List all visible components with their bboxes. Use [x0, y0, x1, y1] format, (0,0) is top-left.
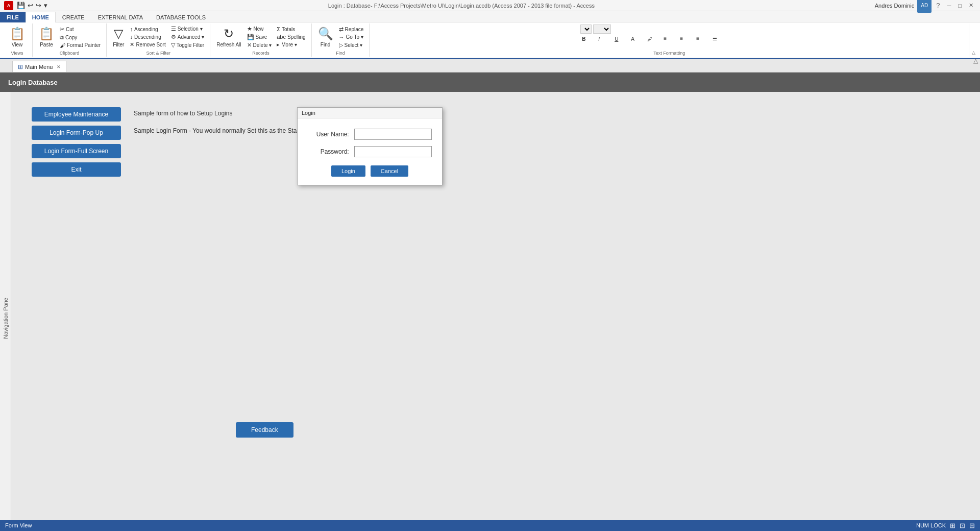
font-family-select[interactable] [580, 25, 592, 34]
find-col: ⇄ Replace → Go To ▾ ▷ Select ▾ [337, 26, 365, 49]
employee-maintenance-button[interactable]: Employee Maintenance [32, 107, 121, 122]
more-label: More ▾ [281, 42, 297, 47]
delete-button[interactable]: ✕ Delete ▾ [246, 41, 274, 49]
advanced-button[interactable]: ⚙ Advanced ▾ [169, 33, 206, 41]
save-button[interactable]: 💾 Save [246, 33, 274, 41]
ascending-button[interactable]: ↑ Ascending [128, 26, 167, 33]
tab-create[interactable]: CREATE [56, 12, 91, 22]
selection-col: ☰ Selection ▾ ⚙ Advanced ▾ ▽ Toggle Filt… [169, 25, 206, 49]
login-form-popup-button[interactable]: Login Form-Pop Up [32, 126, 121, 140]
clipboard-col: ✂ Cut ⧉ Copy 🖌 Format Painter [58, 26, 102, 49]
tab-close-button[interactable]: ✕ [57, 64, 61, 69]
cancel-button[interactable]: Cancel [371, 165, 408, 177]
toggle-filter-button[interactable]: ▽ Toggle Filter [169, 41, 206, 49]
align-right-button[interactable]: ≡ [695, 35, 710, 42]
redo-btn[interactable]: ↪ [35, 1, 42, 10]
minimize-button[interactable]: ─ [945, 2, 954, 10]
navigation-pane-label: Navigation Pane [3, 298, 9, 339]
spelling-icon: abc [277, 34, 286, 40]
refresh-button[interactable]: ↻ Refresh All [214, 26, 243, 49]
more-button[interactable]: ▸ More ▾ [275, 41, 307, 49]
view-layout-icon[interactable]: ⊡ [960, 522, 965, 529]
ribbon-group-views: 📋 View Views [2, 23, 33, 57]
align-center-button[interactable]: ≡ [678, 35, 694, 42]
find-button[interactable]: 🔍 Find [316, 26, 335, 49]
font-size-select[interactable] [593, 25, 611, 34]
password-label: Password: [308, 148, 349, 155]
descending-button[interactable]: ↓ Descending [128, 33, 167, 40]
customize-qa-btn[interactable]: ▾ [43, 1, 48, 10]
navigation-pane[interactable]: Navigation Pane [0, 92, 11, 531]
replace-button[interactable]: ⇄ Replace [337, 26, 365, 33]
italic-button[interactable]: I [597, 36, 612, 42]
db-title-bar: Login Database [0, 73, 980, 92]
tab-external-data[interactable]: EXTERNAL DATA [91, 12, 150, 22]
advanced-icon: ⚙ [171, 34, 176, 40]
undo-btn[interactable]: ↩ [27, 1, 34, 10]
selection-label: Selection ▾ [178, 26, 203, 32]
quick-access-toolbar: 💾 ↩ ↪ ▾ [16, 1, 48, 10]
login-dialog: Login User Name: Password: Login Cancel [297, 107, 443, 185]
status-text: Form View [5, 522, 32, 528]
spelling-button[interactable]: abc Spelling [275, 33, 307, 40]
view-button[interactable]: 📋 View [8, 26, 27, 49]
totals-button[interactable]: Σ Totals [275, 26, 307, 33]
new-icon: ★ [247, 26, 252, 32]
status-right: NUM LOCK ⊞ ⊡ ⊟ [916, 522, 975, 529]
sort-filter-group-label: Sort & Filter [146, 50, 170, 56]
replace-icon: ⇄ [339, 26, 344, 33]
format-painter-button[interactable]: 🖌 Format Painter [58, 42, 102, 49]
descending-icon: ↓ [130, 34, 133, 40]
remove-sort-icon: ✕ [130, 41, 134, 48]
tab-bar: ⊞ Main Menu ✕ △ [0, 59, 980, 73]
expand-arrow[interactable]: △ [973, 57, 978, 64]
find-group-label: Find [336, 50, 345, 56]
dialog-title: Login [302, 110, 315, 116]
exit-button[interactable]: Exit [32, 162, 121, 177]
save-quick-btn[interactable]: 💾 [16, 1, 26, 10]
login-button[interactable]: Login [331, 165, 365, 177]
copy-button[interactable]: ⧉ Copy [58, 34, 102, 41]
remove-sort-button[interactable]: ✕ Remove Sort [128, 41, 167, 49]
advanced-label: Advanced ▾ [178, 34, 204, 40]
refresh-icon: ↻ [224, 27, 234, 41]
filter-label: Filter [113, 42, 124, 47]
align-left-button[interactable]: ≡ [662, 35, 677, 42]
text-formatting-group-label: Text Formatting [653, 50, 685, 56]
underline-button[interactable]: U [613, 36, 628, 42]
goto-button[interactable]: → Go To ▾ [337, 34, 365, 41]
records-group-label: Records [252, 50, 270, 56]
view-design-icon[interactable]: ⊟ [969, 522, 975, 529]
filter-button[interactable]: ▽ Filter [111, 26, 126, 49]
help-button[interactable]: ? [934, 1, 942, 10]
select-button[interactable]: ▷ Select ▾ [337, 41, 365, 49]
tab-file[interactable]: FILE [0, 12, 26, 22]
tab-home[interactable]: HOME [26, 12, 56, 22]
bold-button[interactable]: B [580, 36, 596, 42]
copy-label: Copy [65, 35, 77, 40]
collapse-ribbon-button[interactable]: △ [970, 50, 977, 56]
records-content: ↻ Refresh All ★ New 💾 Save ✕ Delete ▾ [214, 25, 307, 50]
bullets-button[interactable]: ☰ [711, 35, 726, 42]
password-input[interactable] [354, 146, 432, 157]
more-icon: ▸ [277, 41, 280, 48]
new-button[interactable]: ★ New [246, 25, 274, 33]
find-icon: 🔍 [318, 27, 333, 41]
title-bar-left: A 💾 ↩ ↪ ▾ [4, 1, 48, 10]
highlight-button[interactable]: 🖊 [646, 36, 661, 42]
goto-icon: → [339, 34, 345, 40]
login-form-fullscreen-button[interactable]: Login Form-Full Screen [32, 144, 121, 158]
selection-button[interactable]: ☰ Selection ▾ [169, 25, 206, 33]
close-button[interactable]: ✕ [966, 1, 976, 10]
cut-label: Cut [66, 27, 74, 32]
user-info: Andres Dominic AD [875, 0, 932, 13]
feedback-button[interactable]: Feedback [236, 422, 293, 438]
paste-button[interactable]: 📋 Paste [37, 26, 56, 49]
view-normal-icon[interactable]: ⊞ [950, 522, 955, 529]
tab-database-tools[interactable]: DATABASE TOOLS [150, 12, 212, 22]
username-input[interactable] [354, 129, 432, 140]
tab-main-menu[interactable]: ⊞ Main Menu ✕ [12, 61, 66, 72]
cut-button[interactable]: ✂ Cut [58, 26, 102, 33]
font-color-button[interactable]: A [629, 36, 645, 42]
maximize-button[interactable]: □ [955, 2, 964, 10]
